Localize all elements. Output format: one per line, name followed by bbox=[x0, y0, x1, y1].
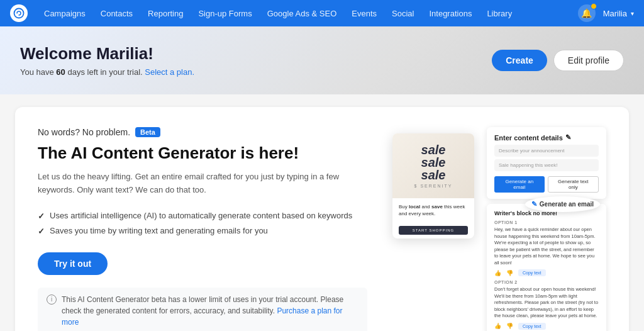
ai-feature-2: Saves you time by writing text and gener… bbox=[38, 223, 367, 238]
generate-email-label: Generate an email bbox=[540, 201, 594, 208]
gen-btn-row: Generate an email Generate text only bbox=[494, 176, 599, 193]
generate-email-pill[interactable]: Generate an email bbox=[525, 196, 600, 212]
nav-campaigns[interactable]: Campaigns bbox=[38, 5, 92, 22]
ai-notice: i This AI Content Generator beta has a l… bbox=[38, 288, 367, 331]
trial-notice: You have 60 days left in your trial. Sel… bbox=[20, 67, 194, 77]
hero-left: Welcome Marilia! You have 60 days left i… bbox=[20, 44, 194, 77]
placeholder-2: Sale happening this week! bbox=[494, 159, 599, 171]
navbar: Campaigns Contacts Reporting Sign-up For… bbox=[0, 0, 644, 26]
create-button[interactable]: Create bbox=[492, 50, 547, 71]
option2-actions: 👍 👎 Copy text bbox=[494, 323, 599, 330]
nav-signup-forms[interactable]: Sign-up Forms bbox=[192, 5, 258, 22]
trial-days: 60 bbox=[56, 67, 65, 77]
ai-features-list: Uses artificial intelligence (AI) to aut… bbox=[38, 208, 367, 238]
trial-suffix: days left in your trial. bbox=[65, 67, 143, 77]
ai-preview-panel: salesalesale $ SERENITY Buy local and sa… bbox=[392, 127, 606, 303]
beta-badge: Beta bbox=[135, 127, 160, 137]
logo[interactable] bbox=[10, 4, 28, 22]
nav-contacts[interactable]: Contacts bbox=[94, 5, 139, 22]
svg-point-0 bbox=[14, 9, 24, 18]
option1-text: Hey, we have a quick reminder about our … bbox=[494, 227, 599, 266]
enter-content-card: Enter content details ✎ Describe your an… bbox=[487, 127, 606, 199]
option1-label: Option 1 bbox=[494, 220, 599, 225]
nav-right: 🔔 Marilia ▾ bbox=[578, 4, 634, 22]
notice-text: This AI Content Generator beta has a low… bbox=[62, 294, 358, 328]
welcome-heading: Welcome Marilia! bbox=[20, 44, 194, 64]
nav-links: Campaigns Contacts Reporting Sign-up For… bbox=[38, 5, 578, 22]
chevron-down-icon: ▾ bbox=[631, 10, 634, 17]
placeholder-1: Describe your announcement bbox=[494, 145, 599, 157]
nav-social[interactable]: Social bbox=[386, 5, 420, 22]
copy-text-2-button[interactable]: Copy text bbox=[518, 323, 546, 330]
thumbs-down-2-icon[interactable]: 👎 bbox=[506, 323, 513, 329]
writers-block-card: Writer's block no more! Option 1 Hey, we… bbox=[487, 204, 606, 331]
sale-text: salesalesale bbox=[400, 143, 467, 181]
user-menu[interactable]: Marilia ▾ bbox=[603, 9, 634, 18]
nav-google-ads-seo[interactable]: Google Ads & SEO bbox=[261, 5, 343, 22]
notifications-bell[interactable]: 🔔 bbox=[578, 4, 596, 22]
email-body-text: Buy local and save this week and every w… bbox=[399, 204, 465, 216]
nav-events[interactable]: Events bbox=[345, 5, 383, 22]
thumbs-down-icon[interactable]: 👎 bbox=[506, 270, 513, 276]
ai-left-panel: No words? No problem. Beta The AI Conten… bbox=[38, 127, 367, 331]
thumbs-up-2-icon[interactable]: 👍 bbox=[494, 323, 501, 329]
serenity-label: $ SERENITY bbox=[400, 184, 467, 188]
generate-email-button[interactable]: Generate an email bbox=[494, 176, 545, 193]
panel-cards: Enter content details ✎ Describe your an… bbox=[487, 127, 606, 331]
info-icon: i bbox=[47, 295, 57, 305]
ai-tagline: No words? No problem. Beta bbox=[38, 127, 367, 137]
main-content: No words? No problem. Beta The AI Conten… bbox=[0, 94, 644, 331]
ai-description: Let us do the heavy lifting. Get an enti… bbox=[38, 171, 367, 197]
edit-icon: ✎ bbox=[565, 133, 571, 142]
try-it-out-button[interactable]: Try it out bbox=[38, 252, 108, 275]
option2-text: Don't forget about our open house this w… bbox=[494, 286, 599, 320]
hero-right: Create Edit profile bbox=[492, 50, 624, 71]
trial-prefix: You have bbox=[20, 67, 56, 77]
nav-reporting[interactable]: Reporting bbox=[142, 5, 189, 22]
tagline-text: No words? No problem. bbox=[38, 127, 130, 137]
username: Marilia bbox=[603, 9, 627, 18]
shop-button: START SHOPPING bbox=[399, 226, 468, 235]
select-plan-link[interactable]: Select a plan. bbox=[145, 67, 194, 77]
ai-title: The AI Content Generator is here! bbox=[38, 143, 367, 163]
hero-section: Welcome Marilia! You have 60 days left i… bbox=[0, 26, 644, 94]
ai-feature-1: Uses artificial intelligence (AI) to aut… bbox=[38, 208, 367, 223]
nav-library[interactable]: Library bbox=[480, 5, 518, 22]
ai-content-card: No words? No problem. Beta The AI Conten… bbox=[15, 107, 629, 331]
email-preview-card: salesalesale $ SERENITY Buy local and sa… bbox=[392, 133, 474, 238]
option2-label: Option 2 bbox=[494, 280, 599, 284]
generate-text-button[interactable]: Generate text only bbox=[548, 176, 599, 193]
email-body: Buy local and save this week and every w… bbox=[392, 198, 474, 222]
email-header: salesalesale $ SERENITY bbox=[392, 133, 474, 198]
nav-integrations[interactable]: Integrations bbox=[423, 5, 478, 22]
option1-actions: 👍 👎 Copy text bbox=[494, 269, 599, 276]
edit-profile-button[interactable]: Edit profile bbox=[553, 50, 624, 71]
thumbs-up-icon[interactable]: 👍 bbox=[494, 270, 501, 276]
copy-text-1-button[interactable]: Copy text bbox=[518, 269, 546, 276]
enter-content-title: Enter content details ✎ bbox=[494, 133, 599, 142]
